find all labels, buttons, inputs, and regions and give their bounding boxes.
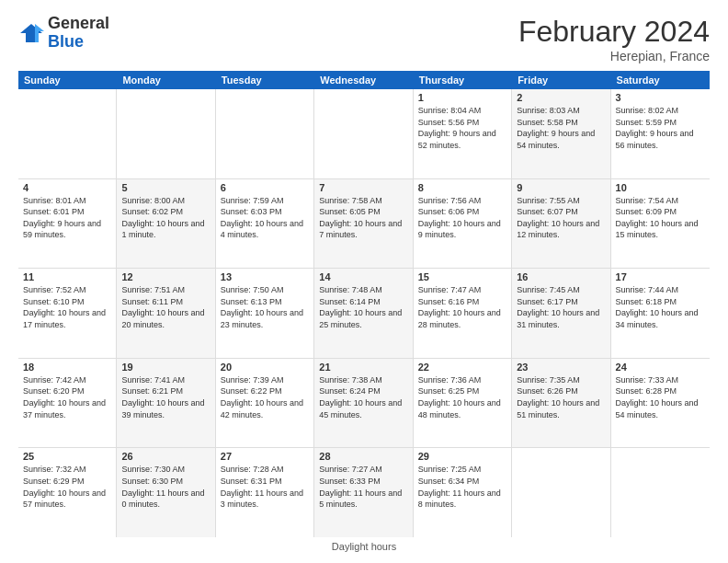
cal-header-day-thursday: Thursday [414, 71, 512, 89]
cal-cell-16: 16Sunrise: 7:45 AM Sunset: 6:17 PM Dayli… [512, 269, 610, 358]
day-info: Sunrise: 8:02 AM Sunset: 5:59 PM Dayligh… [616, 105, 705, 151]
cal-header-day-saturday: Saturday [611, 71, 710, 89]
logo-general: General [48, 15, 109, 33]
day-info: Sunrise: 7:38 AM Sunset: 6:24 PM Dayligh… [319, 374, 407, 420]
day-number: 8 [418, 182, 506, 193]
cal-cell-1: 1Sunrise: 8:04 AM Sunset: 5:56 PM Daylig… [414, 89, 512, 178]
day-info: Sunrise: 7:50 AM Sunset: 6:13 PM Dayligh… [221, 284, 309, 330]
cal-cell-13: 13Sunrise: 7:50 AM Sunset: 6:13 PM Dayli… [216, 269, 314, 358]
day-number: 29 [418, 451, 506, 462]
day-info: Sunrise: 7:44 AM Sunset: 6:18 PM Dayligh… [616, 284, 705, 330]
cal-cell-21: 21Sunrise: 7:38 AM Sunset: 6:24 PM Dayli… [314, 359, 413, 448]
logo: General Blue [18, 15, 109, 52]
day-number: 25 [23, 451, 111, 462]
cal-cell-12: 12Sunrise: 7:51 AM Sunset: 6:11 PM Dayli… [117, 269, 215, 358]
day-info: Sunrise: 8:04 AM Sunset: 5:56 PM Dayligh… [418, 105, 506, 151]
day-info: Sunrise: 7:54 AM Sunset: 6:09 PM Dayligh… [616, 195, 705, 241]
day-number: 2 [517, 92, 605, 103]
day-number: 19 [121, 362, 210, 373]
cal-cell-29: 29Sunrise: 7:25 AM Sunset: 6:34 PM Dayli… [414, 448, 512, 537]
logo-text: General Blue [48, 15, 109, 52]
day-number: 27 [221, 451, 309, 462]
day-info: Sunrise: 7:36 AM Sunset: 6:25 PM Dayligh… [418, 374, 506, 420]
cal-cell-5: 5Sunrise: 8:00 AM Sunset: 6:02 PM Daylig… [117, 179, 215, 269]
cal-cell-7: 7Sunrise: 7:58 AM Sunset: 6:05 PM Daylig… [314, 179, 413, 269]
cal-cell-empty-0-2 [216, 89, 314, 178]
day-number: 3 [616, 92, 705, 103]
cal-cell-2: 2Sunrise: 8:03 AM Sunset: 5:58 PM Daylig… [512, 89, 610, 178]
cal-header-day-friday: Friday [512, 71, 610, 89]
logo-icon [18, 20, 44, 46]
day-info: Sunrise: 7:27 AM Sunset: 6:33 PM Dayligh… [319, 464, 407, 510]
day-number: 20 [221, 362, 309, 373]
cal-cell-10: 10Sunrise: 7:54 AM Sunset: 6:09 PM Dayli… [611, 179, 710, 269]
day-info: Sunrise: 8:03 AM Sunset: 5:58 PM Dayligh… [517, 105, 605, 151]
day-number: 10 [616, 182, 705, 193]
day-number: 21 [319, 362, 407, 373]
cal-cell-28: 28Sunrise: 7:27 AM Sunset: 6:33 PM Dayli… [314, 448, 413, 537]
day-info: Sunrise: 7:32 AM Sunset: 6:29 PM Dayligh… [23, 464, 111, 510]
cal-week-4: 18Sunrise: 7:42 AM Sunset: 6:20 PM Dayli… [18, 359, 710, 449]
day-number: 7 [319, 182, 407, 193]
cal-cell-empty-0-3 [314, 89, 413, 178]
day-info: Sunrise: 7:41 AM Sunset: 6:21 PM Dayligh… [121, 374, 210, 420]
day-number: 15 [418, 271, 506, 282]
cal-cell-empty-4-5 [512, 448, 610, 537]
cal-cell-26: 26Sunrise: 7:30 AM Sunset: 6:30 PM Dayli… [117, 448, 215, 537]
cal-week-2: 4Sunrise: 8:01 AM Sunset: 6:01 PM Daylig… [18, 179, 710, 270]
day-info: Sunrise: 7:42 AM Sunset: 6:20 PM Dayligh… [23, 374, 111, 420]
day-number: 4 [23, 182, 111, 193]
day-info: Sunrise: 7:47 AM Sunset: 6:16 PM Dayligh… [418, 284, 506, 330]
cal-cell-23: 23Sunrise: 7:35 AM Sunset: 6:26 PM Dayli… [512, 359, 610, 448]
cal-cell-15: 15Sunrise: 7:47 AM Sunset: 6:16 PM Dayli… [414, 269, 512, 358]
day-info: Sunrise: 7:51 AM Sunset: 6:11 PM Dayligh… [121, 284, 210, 330]
day-info: Sunrise: 7:59 AM Sunset: 6:03 PM Dayligh… [221, 195, 309, 241]
main-title: February 2024 [518, 15, 710, 49]
day-info: Sunrise: 7:52 AM Sunset: 6:10 PM Dayligh… [23, 284, 111, 330]
cal-cell-4: 4Sunrise: 8:01 AM Sunset: 6:01 PM Daylig… [18, 179, 117, 269]
cal-cell-27: 27Sunrise: 7:28 AM Sunset: 6:31 PM Dayli… [216, 448, 314, 537]
footer-text: Daylight hours [332, 541, 396, 552]
day-number: 26 [121, 451, 210, 462]
calendar-header: SundayMondayTuesdayWednesdayThursdayFrid… [18, 71, 710, 89]
cal-cell-8: 8Sunrise: 7:56 AM Sunset: 6:06 PM Daylig… [414, 179, 512, 269]
page: General Blue February 2024 Herepian, Fra… [0, 0, 728, 563]
day-info: Sunrise: 8:01 AM Sunset: 6:01 PM Dayligh… [23, 195, 111, 241]
day-info: Sunrise: 7:33 AM Sunset: 6:28 PM Dayligh… [616, 374, 705, 420]
day-info: Sunrise: 7:39 AM Sunset: 6:22 PM Dayligh… [221, 374, 309, 420]
day-number: 28 [319, 451, 407, 462]
day-info: Sunrise: 8:00 AM Sunset: 6:02 PM Dayligh… [121, 195, 210, 241]
day-number: 17 [616, 271, 705, 282]
cal-week-5: 25Sunrise: 7:32 AM Sunset: 6:29 PM Dayli… [18, 448, 710, 537]
day-number: 22 [418, 362, 506, 373]
cal-week-1: 1Sunrise: 8:04 AM Sunset: 5:56 PM Daylig… [18, 89, 710, 179]
cal-week-3: 11Sunrise: 7:52 AM Sunset: 6:10 PM Dayli… [18, 269, 710, 359]
cal-cell-24: 24Sunrise: 7:33 AM Sunset: 6:28 PM Dayli… [611, 359, 710, 448]
calendar-body: 1Sunrise: 8:04 AM Sunset: 5:56 PM Daylig… [18, 89, 710, 537]
logo-blue: Blue [48, 33, 109, 52]
day-number: 24 [616, 362, 705, 373]
cal-header-day-wednesday: Wednesday [314, 71, 413, 89]
cal-cell-empty-0-1 [117, 89, 215, 178]
cal-cell-empty-4-6 [611, 448, 710, 537]
day-info: Sunrise: 7:28 AM Sunset: 6:31 PM Dayligh… [221, 464, 309, 510]
cal-cell-22: 22Sunrise: 7:36 AM Sunset: 6:25 PM Dayli… [414, 359, 512, 448]
day-info: Sunrise: 7:35 AM Sunset: 6:26 PM Dayligh… [517, 374, 605, 420]
day-number: 6 [221, 182, 309, 193]
cal-cell-6: 6Sunrise: 7:59 AM Sunset: 6:03 PM Daylig… [216, 179, 314, 269]
cal-cell-11: 11Sunrise: 7:52 AM Sunset: 6:10 PM Dayli… [18, 269, 117, 358]
calendar: SundayMondayTuesdayWednesdayThursdayFrid… [18, 71, 710, 537]
day-number: 9 [517, 182, 605, 193]
day-number: 18 [23, 362, 111, 373]
footer: Daylight hours [18, 537, 710, 552]
day-info: Sunrise: 7:56 AM Sunset: 6:06 PM Dayligh… [418, 195, 506, 241]
cal-cell-14: 14Sunrise: 7:48 AM Sunset: 6:14 PM Dayli… [314, 269, 413, 358]
day-number: 11 [23, 271, 111, 282]
day-number: 1 [418, 92, 506, 103]
cal-cell-25: 25Sunrise: 7:32 AM Sunset: 6:29 PM Dayli… [18, 448, 117, 537]
day-info: Sunrise: 7:45 AM Sunset: 6:17 PM Dayligh… [517, 284, 605, 330]
cal-cell-empty-0-0 [18, 89, 117, 178]
day-info: Sunrise: 7:30 AM Sunset: 6:30 PM Dayligh… [121, 464, 210, 510]
title-block: February 2024 Herepian, France [518, 15, 710, 63]
day-number: 23 [517, 362, 605, 373]
